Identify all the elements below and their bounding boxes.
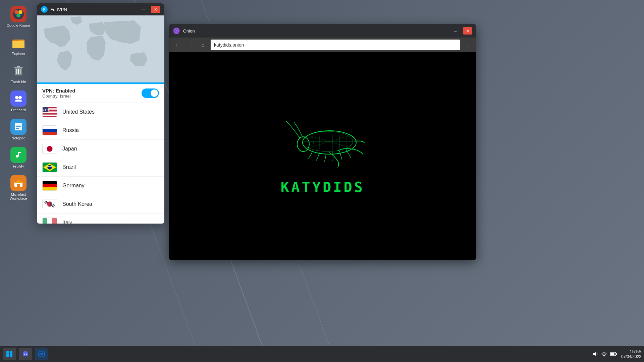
svg-rect-53	[43, 184, 57, 187]
country-item-germany[interactable]: Germany	[37, 177, 164, 195]
onion-minimize-button[interactable]: ─	[451, 27, 460, 35]
fortvpn-titlebar: F FortVPN ─ ✕	[37, 3, 164, 15]
onion-titlebar: Onion ─ ✕	[169, 24, 476, 38]
microfast-icon	[10, 175, 26, 191]
fortvpn-window: F FortVPN ─ ✕	[37, 3, 164, 224]
battery-icon	[610, 352, 617, 356]
sidebar-item-doodle-krome[interactable]: Doodle Krome	[2, 3, 35, 30]
close-button[interactable]: ✕	[151, 6, 160, 13]
trash-bin-label: Trash bin	[11, 80, 26, 84]
country-item-russia[interactable]: Russia	[37, 121, 164, 140]
svg-rect-26	[17, 184, 20, 187]
windows-button[interactable]	[3, 348, 16, 360]
onion-title: Onion	[183, 28, 447, 34]
sidebar-item-notepad[interactable]: Notepad	[2, 116, 35, 143]
country-name-japan: Japan	[62, 146, 77, 152]
svg-point-6	[16, 13, 20, 17]
vpn-enabled-label: VPN: Enabled	[42, 88, 75, 94]
country-item-south-korea[interactable]: South Korea	[37, 195, 164, 214]
vpn-toggle[interactable]	[142, 88, 159, 98]
country-item-japan[interactable]: Japan	[37, 140, 164, 158]
fortvpn-title: FortVPN	[50, 7, 136, 12]
country-item-brazil[interactable]: Brazil	[37, 158, 164, 177]
country-item-italy[interactable]: Italy	[37, 214, 164, 224]
freecord-label: Freecord	[11, 108, 26, 112]
svg-point-51	[47, 165, 52, 169]
svg-point-22	[16, 155, 18, 158]
svg-point-48	[47, 146, 52, 152]
onion-close-button[interactable]: ✕	[463, 27, 472, 35]
doodle-krome-icon	[10, 6, 26, 22]
svg-rect-37	[43, 113, 57, 114]
flag-brazil	[42, 162, 57, 172]
svg-rect-41	[43, 116, 57, 117]
svg-rect-8	[12, 41, 24, 48]
sidebar-item-trash-bin[interactable]: Trash bin	[2, 60, 35, 86]
trash-bin-icon	[10, 62, 26, 78]
clock-date: 07/04/2022	[621, 354, 641, 359]
svg-rect-52	[43, 181, 57, 184]
url-text: katydids.onion	[214, 42, 244, 48]
svg-rect-83	[6, 354, 9, 357]
svg-point-15	[15, 96, 18, 99]
explorer-icon	[10, 34, 26, 50]
flag-south-korea	[42, 199, 57, 209]
svg-rect-82	[10, 351, 12, 354]
svg-rect-44	[43, 126, 57, 129]
svg-rect-39	[43, 115, 57, 115]
svg-point-88	[41, 353, 43, 355]
svg-rect-11	[17, 66, 20, 67]
back-button[interactable]: ←	[172, 40, 182, 50]
sidebar-item-freecord[interactable]: Freecord	[2, 88, 35, 115]
address-bar[interactable]: katydids.onion	[211, 40, 460, 50]
katydids-title: KATYDIDS	[281, 179, 365, 195]
onion-app-icon	[173, 27, 180, 34]
notepad-label: Notepad	[11, 136, 25, 140]
fortvpn-app-icon: F	[41, 6, 48, 13]
svg-point-85	[24, 354, 25, 355]
onion-window-controls: ─ ✕	[451, 27, 472, 35]
freecord-icon	[10, 90, 26, 107]
flag-germany	[42, 181, 57, 191]
fruitify-label: Fruitify	[13, 164, 24, 168]
country-item-us[interactable]: ★★★ United States	[37, 103, 164, 121]
home-button[interactable]: ⌂	[198, 40, 208, 50]
sidebar: Doodle Krome Explorer	[0, 0, 37, 346]
sidebar-item-fruitify[interactable]: Fruitify	[2, 144, 35, 171]
doodle-krome-label: Doodle Krome	[7, 23, 30, 27]
discord-taskbar-button[interactable]	[19, 348, 32, 360]
svg-rect-92	[616, 353, 617, 355]
svg-point-16	[18, 96, 22, 99]
explorer-label: Explorer	[12, 52, 25, 56]
country-name-germany: Germany	[62, 183, 85, 189]
country-name-italy: Italy	[62, 220, 72, 224]
country-name-brazil: Brazil	[62, 164, 76, 170]
taskbar-system-icons	[592, 351, 617, 357]
forward-button[interactable]: →	[185, 40, 195, 50]
browser-content: KATYDIDS	[169, 52, 476, 260]
taskbar-left	[3, 348, 48, 360]
vpn-status-section: VPN: Enabled Country: Israel	[37, 84, 164, 103]
taskbar: 15:55 07/04/2022	[0, 346, 644, 362]
fruitify-icon	[10, 147, 26, 163]
microfast-label: Microfast Workplace	[3, 192, 34, 200]
sidebar-item-explorer[interactable]: Explorer	[2, 32, 35, 58]
svg-text:★★★: ★★★	[43, 108, 50, 112]
flag-russia	[42, 125, 57, 135]
svg-point-5	[18, 10, 22, 14]
vpn-map	[37, 15, 164, 82]
minimize-button[interactable]: ─	[139, 6, 148, 13]
svg-rect-81	[6, 351, 9, 354]
arc-taskbar-button[interactable]	[35, 348, 48, 360]
svg-rect-36	[43, 112, 57, 113]
katydid-illustration	[276, 117, 370, 172]
sidebar-item-microfast[interactable]: Microfast Workplace	[2, 172, 35, 203]
onion-browser-window: Onion ─ ✕ ← → ⌂ katydids.onion ↓	[169, 24, 476, 260]
flag-japan	[42, 144, 57, 154]
svg-rect-93	[610, 353, 614, 355]
desktop: Doodle Krome Explorer	[0, 0, 644, 362]
taskbar-right: 15:55 07/04/2022	[592, 349, 641, 359]
country-name-us: United States	[62, 109, 95, 115]
download-button[interactable]: ↓	[463, 40, 473, 50]
svg-point-4	[14, 10, 18, 14]
